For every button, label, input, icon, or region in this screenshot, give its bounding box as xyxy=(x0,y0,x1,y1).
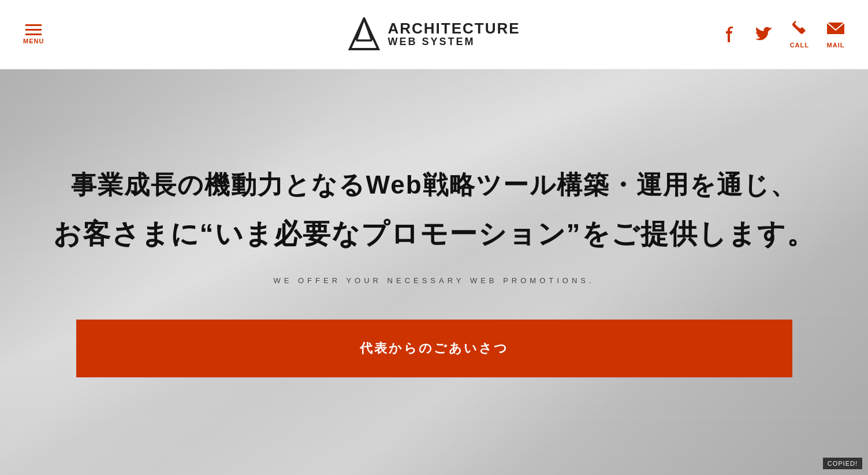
site-header: MENU ARCHITECTURE WEB SYSTEM xyxy=(0,0,868,69)
mail-icon xyxy=(826,20,845,40)
site-logo[interactable]: ARCHITECTURE WEB SYSTEM xyxy=(348,17,520,52)
menu-toggle[interactable]: MENU xyxy=(23,24,44,44)
header-actions: CALL MAIL xyxy=(722,20,845,49)
logo-icon xyxy=(348,17,379,52)
logo-text: ARCHITECTURE WEB SYSTEM xyxy=(388,21,520,49)
twitter-link[interactable] xyxy=(755,27,773,43)
svg-marker-0 xyxy=(349,18,378,49)
call-label: CALL xyxy=(790,42,809,49)
phone-icon xyxy=(791,20,807,40)
hero-content: 事業成長の機動力となるWeb戦略ツール構築・運用を通じ、 お客さまに“いま必要な… xyxy=(18,167,850,320)
hamburger-icon xyxy=(25,24,42,35)
svg-line-3 xyxy=(364,18,372,40)
mail-button[interactable]: MAIL xyxy=(826,20,845,49)
hero-headline-2: お客さまに“いま必要なプロモーション”をご提供します。 xyxy=(53,214,815,253)
facebook-link[interactable] xyxy=(722,27,738,43)
twitter-icon xyxy=(755,27,773,43)
hero-section: 事業成長の機動力となるWeb戦略ツール構築・運用を通じ、 お客さまに“いま必要な… xyxy=(0,69,868,475)
mail-label: MAIL xyxy=(827,42,845,49)
call-button[interactable]: CALL xyxy=(790,20,809,49)
logo-line1: ARCHITECTURE xyxy=(388,21,520,36)
svg-line-2 xyxy=(356,18,364,40)
logo-line2: WEB SYSTEM xyxy=(388,36,520,49)
hero-subtext: WE OFFER YOUR NECESSARY WEB PROMOTIONS. xyxy=(53,276,815,285)
cta-button[interactable]: 代表からのごあいさつ xyxy=(76,320,792,377)
facebook-icon xyxy=(722,27,738,43)
menu-label: MENU xyxy=(23,38,44,44)
hero-headline-1: 事業成長の機動力となるWeb戦略ツール構築・運用を通じ、 xyxy=(53,167,815,203)
copied-badge: COPIED! xyxy=(823,458,862,469)
